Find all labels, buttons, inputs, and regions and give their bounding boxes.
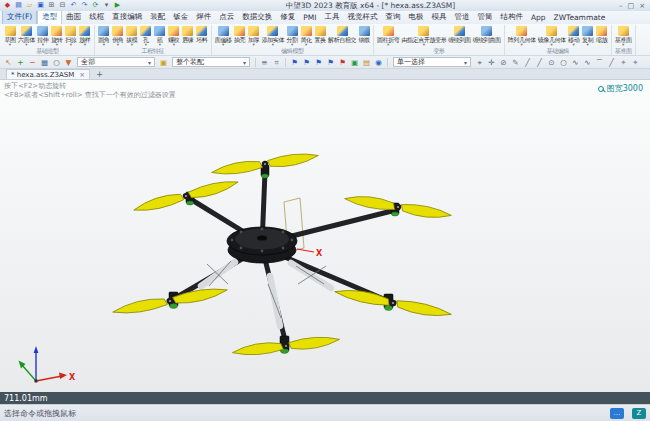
list-filter-icon[interactable]: ≡ xyxy=(259,57,270,68)
menu-tab-sheet-metal[interactable]: 钣金 xyxy=(169,11,192,24)
menu-tab-tools[interactable]: 工具 xyxy=(320,11,343,24)
center-hub[interactable] xyxy=(227,227,297,263)
filter-scope-select[interactable]: 全部▾ xyxy=(77,57,155,67)
menu-tab-app[interactable]: App xyxy=(527,12,550,24)
menu-tab-assembly[interactable]: 装配 xyxy=(146,11,169,24)
ribbon-add-shape-button[interactable]: 添加实体▾ xyxy=(261,25,285,47)
ribbon-mirror-geometry-button[interactable]: 镜像几何体▾ xyxy=(537,25,567,47)
snap-all-icon[interactable]: ✛ xyxy=(486,57,497,68)
menu-tab-pmi[interactable]: PMI xyxy=(299,12,320,24)
pick-remove-icon[interactable]: − xyxy=(27,57,38,68)
document-tab[interactable]: * hexa.ass.Z3ASM × xyxy=(6,69,90,79)
ribbon-draft-button[interactable]: 拔模▾ xyxy=(125,25,139,47)
menu-tab-repair[interactable]: 修复 xyxy=(276,11,299,24)
menu-tab-tubing[interactable]: 管筒 xyxy=(473,11,496,24)
constraint-filter-icon[interactable]: ⌗ xyxy=(271,57,282,68)
customize-icon[interactable]: ▾ xyxy=(102,1,111,10)
ribbon-scale-button[interactable]: 缩放 xyxy=(595,25,609,43)
pick-cursor-icon[interactable]: ↖ xyxy=(3,57,14,68)
ribbon-shell-button[interactable]: 抽壳 xyxy=(233,25,247,43)
ribbon-pattern-geometry-button[interactable]: 阵列几何体▾ xyxy=(507,25,537,47)
menu-tab-shape[interactable]: 造型 xyxy=(37,11,62,24)
print-icon[interactable]: ⊞ xyxy=(47,1,56,10)
snap-line-icon[interactable]: ╱ xyxy=(522,57,533,68)
redo-icon[interactable]: ↷ xyxy=(80,1,89,10)
new-file-icon[interactable]: ▤ xyxy=(14,1,23,10)
pin-red-icon[interactable]: ⚑ xyxy=(337,57,348,68)
save-icon[interactable]: ▣ xyxy=(36,1,45,10)
snap-disable-icon[interactable]: ⊘ xyxy=(498,57,509,68)
menu-tab-surface[interactable]: 曲面 xyxy=(62,11,85,24)
assembly-scope-icon[interactable]: ▣ xyxy=(158,57,169,68)
ribbon-datum-plane-button[interactable]: 基准面▾ xyxy=(614,25,633,47)
menu-tab-electrode[interactable]: 电极 xyxy=(404,11,427,24)
viewport-3d[interactable]: 按下<F2>动态旋转 <F8>或者<Shift+roll> 查找下一个有效的过滤… xyxy=(0,80,650,392)
ribbon-loft-button[interactable]: 放样▾ xyxy=(78,25,92,47)
web-icon[interactable]: ◉ xyxy=(373,57,384,68)
menu-tab-visual-style[interactable]: 视觉样式 xyxy=(343,11,381,24)
menu-tab-direct-edit[interactable]: 直接编辑 xyxy=(108,11,146,24)
ribbon-wrap-to-face-button[interactable]: 缠绕到面 xyxy=(447,25,471,43)
ribbon-resolve-self-intersection-button[interactable]: 解析自相交 xyxy=(327,25,357,43)
regen-icon[interactable]: ⟳ xyxy=(91,1,100,10)
menu-tab-structure[interactable]: 结构件 xyxy=(496,11,527,24)
menu-tab-weldment[interactable]: 焊件 xyxy=(192,11,215,24)
ribbon-replace-button[interactable]: 置换 xyxy=(313,25,327,43)
minimize-button[interactable]: – xyxy=(619,2,623,10)
menu-tab-point-cloud[interactable]: 点云 xyxy=(215,11,238,24)
ribbon-revolve-button[interactable]: 旋转▾ xyxy=(50,25,64,47)
ribbon-thread-button[interactable]: 螺纹▾ xyxy=(167,25,181,47)
menu-tab-zwteammate[interactable]: ZWTeammate xyxy=(550,12,610,24)
pick-mode-select[interactable]: 单一选择▾ xyxy=(393,57,471,67)
ribbon-sketch-button[interactable]: 草图▾ xyxy=(3,25,17,47)
search-scope-select[interactable]: 整个装配▾ xyxy=(172,57,250,67)
app-logo-icon[interactable]: ◆ xyxy=(3,1,12,10)
pick-add-icon[interactable]: + xyxy=(15,57,26,68)
snap-tangent-icon[interactable]: ╱ xyxy=(606,57,617,68)
menu-tab-piping[interactable]: 管道 xyxy=(450,11,473,24)
ribbon-move-button[interactable]: 移动▾ xyxy=(567,25,581,47)
ribbon-divide-button[interactable]: 分割▾ xyxy=(285,25,299,47)
menu-tab-data-exchange[interactable]: 数据交换 xyxy=(238,11,276,24)
ribbon-cylindrical-bend-button[interactable]: 圆柱折弯▾ xyxy=(376,25,400,47)
ribbon-stock-button[interactable]: 坯料 xyxy=(195,25,209,43)
new-tab-button[interactable]: + xyxy=(93,70,106,79)
menu-tab-file[interactable]: 文件(F) xyxy=(2,11,37,24)
plot-icon[interactable]: ⊟ xyxy=(58,1,67,10)
image-icon[interactable]: ▤ xyxy=(361,57,372,68)
selection-filter-icon[interactable]: ▼ xyxy=(63,57,74,68)
ribbon-box-button[interactable]: 六面体▾ xyxy=(17,25,36,47)
close-button[interactable]: × xyxy=(639,2,645,10)
ribbon-deform-by-point-button[interactable]: 由指定点开放变形▾ xyxy=(400,25,447,47)
undo-icon[interactable]: ↶ xyxy=(69,1,78,10)
ribbon-extrude-button[interactable]: 拉伸▾ xyxy=(36,25,50,47)
view-triad[interactable]: X xyxy=(19,346,77,383)
pick-circle-icon[interactable]: ○ xyxy=(51,57,62,68)
start-icon[interactable]: ▶ xyxy=(113,1,122,10)
snap-arc-icon[interactable]: ⌒ xyxy=(594,57,605,68)
snap-circle-icon[interactable]: ○ xyxy=(558,57,569,68)
snap-curve-icon[interactable]: ∿ xyxy=(570,57,581,68)
menu-tab-mold[interactable]: 模具 xyxy=(427,11,450,24)
ribbon-inlay-button[interactable]: 镶嵌 xyxy=(357,25,371,43)
snap-key-2-icon[interactable]: ✦ xyxy=(630,57,641,68)
ribbon-rib-button[interactable]: 筋▾ xyxy=(153,25,167,47)
ribbon-hole-button[interactable]: 孔▾ xyxy=(139,25,153,47)
snap-center-icon[interactable]: ⊙ xyxy=(546,57,557,68)
pin-2-icon[interactable]: ⚑ xyxy=(301,57,312,68)
menu-tab-inquire[interactable]: 查询 xyxy=(381,11,404,24)
ribbon-face-offset-button[interactable]: 面偏移▾ xyxy=(214,25,233,47)
pick-window-icon[interactable]: ▦ xyxy=(39,57,50,68)
ribbon-simplify-button[interactable]: 简化▾ xyxy=(299,25,313,47)
snap-sketch-icon[interactable]: ✎ xyxy=(510,57,521,68)
message-icon[interactable]: … xyxy=(610,408,624,419)
ribbon-wrap-to-surface-button[interactable]: 缠绕到曲面 xyxy=(472,25,502,43)
maximize-button[interactable]: □ xyxy=(628,2,635,10)
open-icon[interactable]: ▱ xyxy=(25,1,34,10)
ribbon-copy-button[interactable]: 复制▾ xyxy=(581,25,595,47)
snap-key-1-icon[interactable]: ✦ xyxy=(618,57,629,68)
pin-4-icon[interactable]: ⚑ xyxy=(325,57,336,68)
ribbon-fillet-button[interactable]: 圆角▾ xyxy=(97,25,111,47)
menu-tab-wireframe[interactable]: 线框 xyxy=(85,11,108,24)
snap-point-icon[interactable]: ⌖ xyxy=(474,57,485,68)
